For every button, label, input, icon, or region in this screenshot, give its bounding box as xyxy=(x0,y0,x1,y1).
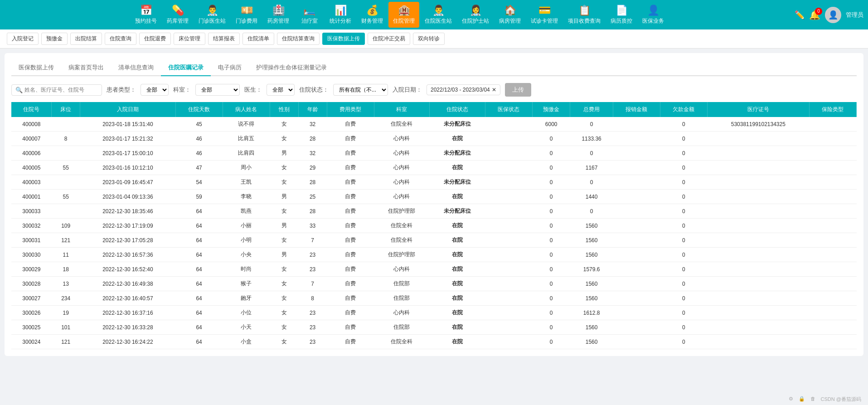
table-cell xyxy=(613,190,660,204)
second-nav-btn-ruyuan_dengji[interactable]: 入院登记 xyxy=(7,33,39,45)
table-cell: 0 xyxy=(660,335,707,349)
table-cell: 在院 xyxy=(430,161,485,175)
top-nav-item-menzhen[interactable]: 👨‍⚕️ 门诊医生站 xyxy=(194,2,230,28)
top-nav-item-zhuyuan_hushi[interactable]: 👩‍⚕️ 住院护士站 xyxy=(457,2,494,28)
table-row[interactable]: 3000332022-12-30 18:35:4664凯燕女28自费住院护理部未… xyxy=(11,204,857,219)
table-cell: 13 xyxy=(52,277,80,291)
top-nav-item-shikaquan[interactable]: 💳 试诊卡管理 xyxy=(526,2,563,28)
second-nav-btn-jiesuan_baobiao[interactable]: 结算报表 xyxy=(208,33,240,45)
department-select[interactable]: 全部 心内科 住院全科 住院护理部 住院部 xyxy=(195,84,240,96)
table-row[interactable]: 3000251012022-12-30 16:33:2864小天女23自费住院部… xyxy=(11,320,857,335)
nav-icon-menzhen_feiyong: 💴 xyxy=(241,5,253,16)
table-cell: 0 xyxy=(532,335,570,349)
col-header-床位: 床位 xyxy=(52,102,80,117)
doctor-select[interactable]: 全部 xyxy=(267,84,295,96)
tab-zhuyuan_yizhu[interactable]: 住院医嘱记录 xyxy=(161,60,211,76)
table-row[interactable]: 3000311212022-12-30 17:05:2864小明女7自费住院全科… xyxy=(11,233,857,248)
table-row[interactable]: 300030112022-12-30 16:57:3664小央男23自费住院护理… xyxy=(11,248,857,262)
date-close-icon[interactable]: ✕ xyxy=(492,87,496,93)
top-nav-item-yuding[interactable]: 📅 预约挂号 xyxy=(131,2,161,28)
table-row[interactable]: 300026192022-12-30 16:37:1664小位女23自费心内科在… xyxy=(11,306,857,320)
table-cell: 自费 xyxy=(327,320,374,335)
table-row[interactable]: 3000241212022-12-30 16:24:2264小盒女23自费住院全… xyxy=(11,335,857,349)
table-cell xyxy=(485,233,532,248)
top-nav-item-zhuyuan[interactable]: 🏨 住院管理 xyxy=(388,2,419,28)
search-input[interactable] xyxy=(24,87,98,93)
second-nav-btn-shuangxiang_zhuanzhen[interactable]: 双向转诊 xyxy=(413,33,445,45)
top-nav-item-yiliao_jiance[interactable]: 📄 病历质控 xyxy=(606,2,637,28)
patient-type-select[interactable]: 全部 普通 医保 xyxy=(141,84,169,96)
tab-qingdan_xinxi[interactable]: 清单信息查询 xyxy=(111,60,161,76)
table-cell: 400001 xyxy=(11,190,52,204)
top-nav-item-yaofang[interactable]: 🏥 药房管理 xyxy=(263,2,294,28)
top-navigation: 📅 预约挂号💊 药库管理👨‍⚕️ 门诊医生站💴 门诊费用🏥 药房管理🛏️ 治疗室… xyxy=(0,0,868,29)
table-row[interactable]: 40000782023-01-17 15:21:3246比肩五女28自费心内科在… xyxy=(11,132,857,146)
second-nav-btn-yibao_shuju_shangchuan[interactable]: 医保数据上传 xyxy=(322,33,365,45)
table-cell xyxy=(613,233,660,248)
search-box[interactable]: 🔍 xyxy=(11,84,102,96)
top-nav-item-yiliao_yewu[interactable]: 👤 医保业务 xyxy=(638,2,669,28)
table-cell: 23 xyxy=(298,262,327,277)
table-row[interactable]: 300029182022-12-30 16:52:4064时尚女23自费心内科在… xyxy=(11,262,857,277)
table-cell: 在院 xyxy=(430,320,485,335)
date-range-input[interactable]: 2022/12/03 - 2023/03/04 ✕ xyxy=(427,84,500,95)
status-label: 住院状态： xyxy=(299,86,329,94)
tab-bingan_shouye[interactable]: 病案首页导出 xyxy=(61,60,111,76)
table-row[interactable]: 4000032023-01-09 16:45:4754王凯女28自费心内科未分配… xyxy=(11,175,857,190)
top-nav-item-tongji[interactable]: 📊 统计分析 xyxy=(325,2,356,28)
table-cell: 在院 xyxy=(430,248,485,262)
table-cell xyxy=(613,219,660,233)
table-row[interactable]: 4000062023-01-17 15:00:1046比肩四男32自费心内科未分… xyxy=(11,146,857,161)
table-cell xyxy=(809,248,856,262)
table-row[interactable]: 400005552023-01-16 10:12:1047周小女29自费心内科在… xyxy=(11,161,857,175)
table-cell xyxy=(613,262,660,277)
second-nav-btn-zhuyuan_qingdan[interactable]: 住院清单 xyxy=(242,33,274,45)
table-cell: 2022-12-30 16:37:16 xyxy=(80,306,175,320)
table-row[interactable]: 3000272342022-12-30 16:40:5764龅牙女8自费住院部在… xyxy=(11,291,857,306)
table-cell: 0 xyxy=(570,146,613,161)
second-nav-btn-chuyuan_jiesuan[interactable]: 出院结算 xyxy=(70,33,102,45)
tab-huli_cezhan[interactable]: 护理操作生命体征测量记录 xyxy=(249,60,334,76)
table-cell: 0 xyxy=(532,161,570,175)
date-range-value: 2022/12/03 - 2023/03/04 xyxy=(431,87,490,93)
table-row[interactable]: 3000321092022-12-30 17:19:0964小丽男33自费住院全… xyxy=(11,219,857,233)
second-nav-btn-zhuyuan_jiesuan_chaxun[interactable]: 住院结算查询 xyxy=(277,33,320,45)
top-nav-item-yaoku[interactable]: 💊 药库管理 xyxy=(162,2,193,28)
table-cell: 自费 xyxy=(327,335,374,349)
nav-icon-yaoku: 💊 xyxy=(172,5,184,16)
top-nav-item-zhuyuan_yisheng[interactable]: 👨‍⚕️ 住院医生站 xyxy=(420,2,456,28)
table-cell: 2023-01-17 15:21:32 xyxy=(80,132,175,146)
table-header: 住院号床位入院日期住院天数病人姓名性别年龄费用类型科室住院状态医保状态预缴金总费… xyxy=(11,102,857,117)
table-cell: 23 xyxy=(298,320,327,335)
table-row[interactable]: 400001552023-01-04 09:13:3659李晓男25自费心内科在… xyxy=(11,190,857,204)
table-cell: 28 xyxy=(298,132,327,146)
table-cell: 0 xyxy=(570,204,613,219)
top-nav-item-xiangmu[interactable]: 📋 项目收费查询 xyxy=(563,2,605,28)
table-cell: 300028 xyxy=(11,277,52,291)
top-nav-item-bingfang[interactable]: 🏠 病房管理 xyxy=(495,2,525,28)
status-select[interactable]: 所有在院（不... xyxy=(333,84,388,96)
table-cell: 0 xyxy=(532,132,570,146)
second-nav-btn-zhuyuan_chaxun[interactable]: 住院查询 xyxy=(105,33,136,45)
table-cell xyxy=(613,161,660,175)
top-nav-item-zhiliao[interactable]: 🛏️ 治疗室 xyxy=(295,2,324,28)
tab-dianzi_bingli[interactable]: 电子病历 xyxy=(211,60,249,76)
second-nav-btn-yujiao_jin[interactable]: 预缴金 xyxy=(41,33,68,45)
edit-icon[interactable]: ✏️ xyxy=(795,10,805,20)
table-row[interactable]: 300028132022-12-30 16:49:3864猴子女7自费住院部在院… xyxy=(11,277,857,291)
table-cell: 1560 xyxy=(570,291,613,306)
second-nav-btn-zhuyuan_tuifei[interactable]: 住院退费 xyxy=(139,33,171,45)
tab-yibao_shangchuan[interactable]: 医保数据上传 xyxy=(11,60,61,76)
upload-button[interactable]: 上传 xyxy=(505,83,531,97)
table-cell: 心内科 xyxy=(374,262,430,277)
col-header-医疗证号: 医疗证号 xyxy=(707,102,809,117)
top-nav-item-caiwu[interactable]: 💰 财务管理 xyxy=(357,2,388,28)
table-row[interactable]: 4000082023-01-18 15:31:4045说不得女32自费住院全科未… xyxy=(11,117,857,132)
top-nav-item-menzhen_feiyong[interactable]: 💴 门诊费用 xyxy=(231,2,262,28)
second-nav-btn-zhuyuan_chongzheng_jiaohuan[interactable]: 住院冲正交易 xyxy=(368,33,410,45)
nav-icon-caiwu: 💰 xyxy=(366,5,378,16)
table-cell: 在院 xyxy=(430,277,485,291)
table-cell xyxy=(707,320,809,335)
notification-button[interactable]: 🔔 0 xyxy=(809,10,820,20)
second-nav-btn-chuangwei_guanli[interactable]: 床位管理 xyxy=(174,33,205,45)
